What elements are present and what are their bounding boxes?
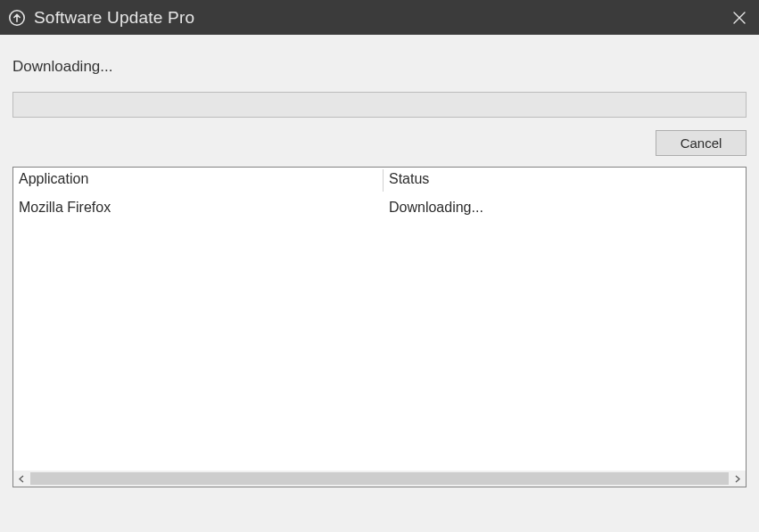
- scrollbar-thumb[interactable]: [30, 472, 729, 485]
- update-up-arrow-icon: [7, 8, 27, 28]
- table-row[interactable]: Mozilla Firefox Downloading...: [13, 194, 746, 221]
- column-header-application[interactable]: Application: [13, 168, 384, 193]
- window-title: Software Update Pro: [34, 8, 194, 28]
- overall-status-text: Downloading...: [12, 58, 747, 76]
- downloads-table: Application Status Mozilla Firefox Downl…: [12, 167, 747, 487]
- progress-bar: [12, 92, 747, 118]
- table-body: Mozilla Firefox Downloading...: [13, 194, 746, 221]
- downloads-grid: Application Status Mozilla Firefox Downl…: [13, 168, 746, 470]
- cancel-button[interactable]: Cancel: [656, 130, 747, 156]
- window-close-button[interactable]: [719, 0, 759, 35]
- table-header-row: Application Status: [13, 168, 746, 194]
- content-area: Downloading... Cancel Application Status…: [0, 35, 759, 496]
- cell-application: Mozilla Firefox: [13, 194, 384, 221]
- cell-status: Downloading...: [384, 194, 746, 221]
- horizontal-scrollbar[interactable]: [13, 470, 746, 487]
- column-header-status[interactable]: Status: [384, 168, 746, 193]
- scrollbar-track[interactable]: [30, 471, 729, 487]
- scroll-left-icon[interactable]: [13, 471, 30, 487]
- titlebar: Software Update Pro: [0, 0, 759, 35]
- button-row: Cancel: [12, 130, 747, 156]
- scroll-right-icon[interactable]: [729, 471, 746, 487]
